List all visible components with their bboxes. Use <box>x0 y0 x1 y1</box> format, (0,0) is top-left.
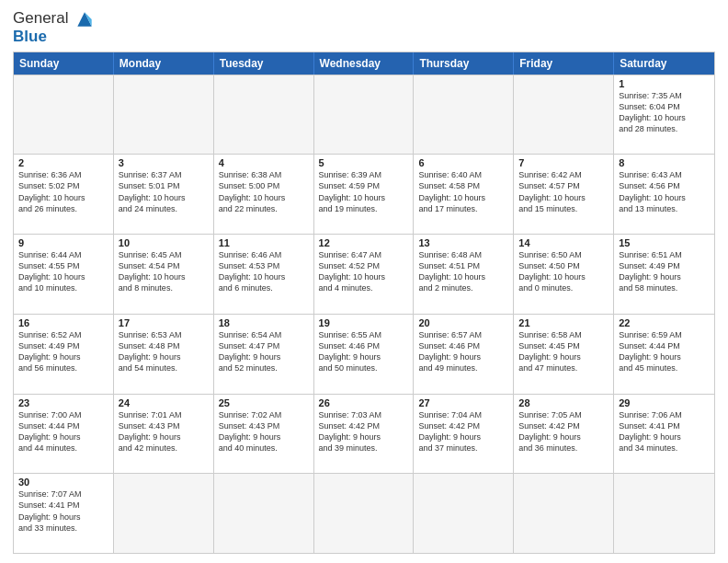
cal-cell: 23Sunrise: 7:00 AM Sunset: 4:44 PM Dayli… <box>14 395 114 474</box>
day-info: Sunrise: 6:50 AM Sunset: 4:50 PM Dayligh… <box>518 249 609 294</box>
day-info: Sunrise: 6:42 AM Sunset: 4:57 PM Dayligh… <box>518 169 609 214</box>
day-number: 4 <box>219 157 309 168</box>
day-number: 12 <box>319 237 409 248</box>
cal-cell: 2Sunrise: 6:36 AM Sunset: 5:02 PM Daylig… <box>14 155 114 234</box>
cal-cell: 11Sunrise: 6:46 AM Sunset: 4:53 PM Dayli… <box>214 235 314 314</box>
day-number: 1 <box>619 78 710 89</box>
day-number: 29 <box>619 397 710 408</box>
cal-week: 1Sunrise: 7:35 AM Sunset: 6:04 PM Daylig… <box>14 75 714 155</box>
day-info: Sunrise: 6:48 AM Sunset: 4:51 PM Dayligh… <box>418 249 508 294</box>
cal-cell: 30Sunrise: 7:07 AM Sunset: 4:41 PM Dayli… <box>14 474 114 553</box>
day-info: Sunrise: 6:45 AM Sunset: 4:54 PM Dayligh… <box>119 249 209 294</box>
calendar-header: SundayMondayTuesdayWednesdayThursdayFrid… <box>14 52 714 75</box>
day-info: Sunrise: 6:39 AM Sunset: 4:59 PM Dayligh… <box>319 169 409 214</box>
day-number: 15 <box>619 237 710 248</box>
day-number: 11 <box>219 237 309 248</box>
day-info: Sunrise: 7:02 AM Sunset: 4:43 PM Dayligh… <box>219 409 309 454</box>
day-number: 8 <box>619 157 710 168</box>
cal-cell <box>14 75 114 155</box>
cal-cell: 13Sunrise: 6:48 AM Sunset: 4:51 PM Dayli… <box>414 235 514 314</box>
cal-cell: 19Sunrise: 6:55 AM Sunset: 4:46 PM Dayli… <box>314 315 415 394</box>
cal-cell: 3Sunrise: 6:37 AM Sunset: 5:01 PM Daylig… <box>114 155 214 234</box>
cal-cell: 24Sunrise: 7:01 AM Sunset: 4:43 PM Dayli… <box>114 395 214 474</box>
cal-cell: 22Sunrise: 6:59 AM Sunset: 4:44 PM Dayli… <box>614 315 714 394</box>
cal-cell: 26Sunrise: 7:03 AM Sunset: 4:42 PM Dayli… <box>314 395 415 474</box>
cal-cell <box>314 75 415 155</box>
cal-cell <box>214 75 314 155</box>
cal-cell: 17Sunrise: 6:53 AM Sunset: 4:48 PM Dayli… <box>114 315 214 394</box>
cal-cell: 6Sunrise: 6:40 AM Sunset: 4:58 PM Daylig… <box>414 155 514 234</box>
day-number: 14 <box>518 237 609 248</box>
cal-cell: 25Sunrise: 7:02 AM Sunset: 4:43 PM Dayli… <box>214 395 314 474</box>
page: General Blue SundayMondayTuesdayWednesda… <box>0 0 728 563</box>
day-number: 9 <box>18 237 108 248</box>
day-info: Sunrise: 6:43 AM Sunset: 4:56 PM Dayligh… <box>619 169 710 214</box>
day-number: 21 <box>518 317 609 328</box>
cal-cell: 29Sunrise: 7:06 AM Sunset: 4:41 PM Dayli… <box>614 395 714 474</box>
day-info: Sunrise: 6:53 AM Sunset: 4:48 PM Dayligh… <box>119 329 209 374</box>
cal-cell: 20Sunrise: 6:57 AM Sunset: 4:46 PM Dayli… <box>414 315 514 394</box>
day-number: 3 <box>119 157 209 168</box>
cal-cell: 16Sunrise: 6:52 AM Sunset: 4:49 PM Dayli… <box>14 315 114 394</box>
day-number: 25 <box>219 397 309 408</box>
day-info: Sunrise: 6:37 AM Sunset: 5:01 PM Dayligh… <box>119 169 209 214</box>
cal-cell: 15Sunrise: 6:51 AM Sunset: 4:49 PM Dayli… <box>614 235 714 314</box>
cal-week: 23Sunrise: 7:00 AM Sunset: 4:44 PM Dayli… <box>14 394 714 474</box>
cal-cell <box>114 75 214 155</box>
day-info: Sunrise: 7:01 AM Sunset: 4:43 PM Dayligh… <box>119 409 209 454</box>
cal-cell: 18Sunrise: 6:54 AM Sunset: 4:47 PM Dayli… <box>214 315 314 394</box>
day-info: Sunrise: 7:05 AM Sunset: 4:42 PM Dayligh… <box>518 409 609 454</box>
cal-week: 9Sunrise: 6:44 AM Sunset: 4:55 PM Daylig… <box>14 234 714 314</box>
cal-week: 2Sunrise: 6:36 AM Sunset: 5:02 PM Daylig… <box>14 154 714 234</box>
cal-cell: 7Sunrise: 6:42 AM Sunset: 4:57 PM Daylig… <box>514 155 614 234</box>
cal-header-day: Thursday <box>414 52 514 75</box>
day-number: 17 <box>119 317 209 328</box>
cal-cell <box>114 474 214 553</box>
day-number: 13 <box>418 237 508 248</box>
cal-cell: 28Sunrise: 7:05 AM Sunset: 4:42 PM Dayli… <box>514 395 614 474</box>
day-info: Sunrise: 7:06 AM Sunset: 4:41 PM Dayligh… <box>619 409 710 454</box>
header: General Blue <box>13 9 715 46</box>
day-number: 22 <box>619 317 710 328</box>
cal-header-day: Tuesday <box>214 52 314 75</box>
day-info: Sunrise: 7:07 AM Sunset: 4:41 PM Dayligh… <box>18 488 108 534</box>
cal-cell: 1Sunrise: 7:35 AM Sunset: 6:04 PM Daylig… <box>614 75 714 155</box>
day-info: Sunrise: 6:58 AM Sunset: 4:45 PM Dayligh… <box>518 329 609 374</box>
cal-cell <box>514 474 614 553</box>
logo-text: General Blue <box>13 9 95 46</box>
cal-week: 16Sunrise: 6:52 AM Sunset: 4:49 PM Dayli… <box>14 314 714 394</box>
logo: General Blue <box>13 9 95 46</box>
cal-cell: 9Sunrise: 6:44 AM Sunset: 4:55 PM Daylig… <box>14 235 114 314</box>
cal-cell: 27Sunrise: 7:04 AM Sunset: 4:42 PM Dayli… <box>414 395 514 474</box>
calendar: SundayMondayTuesdayWednesdayThursdayFrid… <box>13 52 715 554</box>
cal-cell <box>414 75 514 155</box>
day-number: 6 <box>418 157 508 168</box>
cal-cell <box>314 474 415 553</box>
cal-header-day: Sunday <box>14 52 114 75</box>
day-info: Sunrise: 6:47 AM Sunset: 4:52 PM Dayligh… <box>319 249 409 294</box>
day-number: 28 <box>518 397 609 408</box>
day-number: 2 <box>18 157 108 168</box>
day-number: 19 <box>319 317 409 328</box>
cal-header-day: Wednesday <box>314 52 415 75</box>
cal-cell: 5Sunrise: 6:39 AM Sunset: 4:59 PM Daylig… <box>314 155 415 234</box>
day-info: Sunrise: 6:52 AM Sunset: 4:49 PM Dayligh… <box>18 329 108 374</box>
cal-cell <box>214 474 314 553</box>
cal-cell <box>414 474 514 553</box>
cal-cell: 12Sunrise: 6:47 AM Sunset: 4:52 PM Dayli… <box>314 235 415 314</box>
cal-cell: 10Sunrise: 6:45 AM Sunset: 4:54 PM Dayli… <box>114 235 214 314</box>
day-number: 27 <box>418 397 508 408</box>
cal-cell: 8Sunrise: 6:43 AM Sunset: 4:56 PM Daylig… <box>614 155 714 234</box>
day-info: Sunrise: 6:55 AM Sunset: 4:46 PM Dayligh… <box>319 329 409 374</box>
cal-cell: 4Sunrise: 6:38 AM Sunset: 5:00 PM Daylig… <box>214 155 314 234</box>
day-info: Sunrise: 6:57 AM Sunset: 4:46 PM Dayligh… <box>418 329 508 374</box>
cal-header-day: Friday <box>514 52 614 75</box>
day-info: Sunrise: 6:51 AM Sunset: 4:49 PM Dayligh… <box>619 249 710 294</box>
day-number: 7 <box>518 157 609 168</box>
day-info: Sunrise: 6:40 AM Sunset: 4:58 PM Dayligh… <box>418 169 508 214</box>
day-info: Sunrise: 7:03 AM Sunset: 4:42 PM Dayligh… <box>319 409 409 454</box>
day-info: Sunrise: 7:04 AM Sunset: 4:42 PM Dayligh… <box>418 409 508 454</box>
day-number: 5 <box>319 157 409 168</box>
cal-cell <box>614 474 714 553</box>
cal-cell <box>514 75 614 155</box>
